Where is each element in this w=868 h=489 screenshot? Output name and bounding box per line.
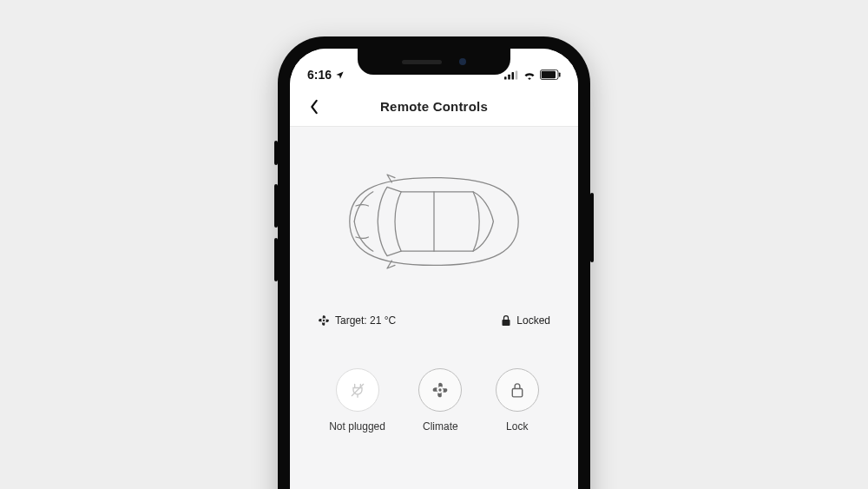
climate-status: Target: 21 °C xyxy=(318,314,396,327)
lock-icon xyxy=(510,381,525,399)
app-header: Remote Controls xyxy=(290,87,578,127)
lock-icon xyxy=(501,314,511,327)
side-button xyxy=(274,184,278,228)
status-time: 6:16 xyxy=(307,68,332,82)
side-button xyxy=(274,141,278,165)
svg-point-11 xyxy=(439,388,442,391)
car-illustration xyxy=(312,148,556,295)
fan-icon xyxy=(318,314,330,327)
plug-action[interactable]: Not plugged xyxy=(329,368,385,433)
svg-rect-5 xyxy=(542,71,556,79)
phone-screen: 6:16 xyxy=(290,49,578,489)
lock-status-label: Locked xyxy=(516,314,550,327)
lock-action-circle xyxy=(496,368,539,412)
actions-row: Not plugged Climate xyxy=(312,368,556,433)
svg-rect-6 xyxy=(559,72,561,76)
wifi-icon xyxy=(523,70,536,80)
climate-status-label: Target: 21 °C xyxy=(335,314,396,327)
svg-rect-2 xyxy=(512,72,515,80)
svg-rect-12 xyxy=(512,389,522,397)
svg-point-8 xyxy=(323,320,325,321)
lock-status: Locked xyxy=(501,314,550,327)
svg-rect-1 xyxy=(508,74,510,79)
back-button[interactable] xyxy=(302,95,326,119)
climate-action[interactable]: Climate xyxy=(418,368,462,433)
climate-action-circle xyxy=(418,368,462,412)
side-button xyxy=(274,238,278,281)
plug-action-label: Not plugged xyxy=(329,420,385,433)
chevron-left-icon xyxy=(308,99,320,115)
plug-icon xyxy=(349,381,366,399)
lock-action-label: Lock xyxy=(506,420,528,433)
svg-rect-9 xyxy=(503,320,510,326)
fan-icon xyxy=(431,381,449,399)
climate-action-label: Climate xyxy=(423,420,458,433)
plug-action-circle xyxy=(336,368,379,412)
svg-rect-0 xyxy=(504,76,507,79)
content-area: Target: 21 °C Locked xyxy=(290,127,578,433)
side-button xyxy=(590,193,594,262)
lock-action[interactable]: Lock xyxy=(496,368,539,433)
phone-frame: 6:16 xyxy=(278,36,590,489)
signal-icon xyxy=(504,70,519,80)
status-row: Target: 21 °C Locked xyxy=(312,314,556,327)
battery-icon xyxy=(540,69,561,80)
page-title: Remote Controls xyxy=(290,99,578,114)
phone-notch xyxy=(358,49,510,75)
svg-rect-3 xyxy=(516,70,518,79)
location-icon xyxy=(335,70,345,80)
